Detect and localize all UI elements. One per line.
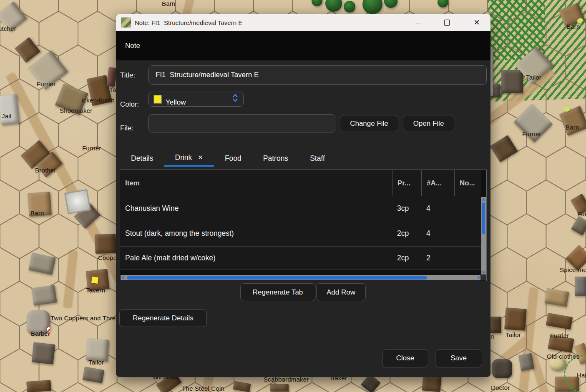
dialog-title: Note: FI1 Structure/medieval Tavern E: [135, 19, 242, 26]
map-label: Shoemaker: [60, 107, 93, 114]
file-label: File:: [120, 124, 133, 132]
dialog-body: Title: Color: Yellow File: Change File O…: [116, 60, 490, 377]
tree: [344, 1, 355, 12]
map-label: Tailor: [506, 331, 521, 338]
building: [518, 353, 534, 371]
column-header-price[interactable]: Pr...: [392, 170, 421, 196]
map-label: The Steel Coin: [182, 385, 224, 392]
map-label: Furrier: [550, 332, 569, 339]
building: [490, 317, 501, 333]
building: [575, 277, 586, 296]
scrollbar-corner: [480, 275, 486, 280]
building: [31, 285, 57, 305]
map-label: Coope: [98, 254, 117, 261]
color-swatch-yellow: [154, 95, 161, 103]
map-label: Barber: [31, 330, 50, 337]
maximize-button[interactable]: [437, 14, 456, 31]
regenerate-details-button[interactable]: Regenerate Details: [119, 309, 207, 327]
tab-details[interactable]: Details: [120, 150, 164, 167]
map-label: Barn: [566, 124, 579, 131]
app-map-icon: [121, 17, 131, 27]
note-section-title: Note: [125, 42, 140, 50]
table-row[interactable]: Pale Ale (malt dried w/coke)2cp2: [120, 246, 481, 270]
map-label: Jail: [2, 112, 11, 120]
close-button[interactable]: Close: [382, 349, 428, 367]
title-label: Title:: [120, 71, 135, 80]
dialog-titlebar[interactable]: Note: FI1 Structure/medieval Tavern E – …: [116, 14, 490, 31]
tab-drink[interactable]: Drink ✕: [164, 150, 214, 167]
map-label: Fur: [577, 210, 586, 217]
vertical-scrollbar[interactable]: [481, 197, 486, 275]
file-input[interactable]: [148, 114, 335, 132]
maximize-icon: [444, 20, 450, 26]
color-select[interactable]: Yellow: [148, 92, 244, 107]
change-file-button[interactable]: Change File: [340, 115, 398, 132]
map-label: Tailor: [526, 74, 541, 81]
map-label: Barn: [30, 210, 44, 217]
building: [86, 338, 109, 362]
map-label: Barn: [162, 0, 176, 7]
tab-bar: Details Drink ✕ Food Patrons Staff: [120, 150, 336, 168]
color-spinner[interactable]: [232, 94, 238, 102]
horizontal-scroll-thumb[interactable]: [127, 276, 427, 280]
table-row[interactable]: Stout (dark, among the strongest)2cp4: [120, 222, 481, 245]
map-label: n: [490, 333, 494, 340]
title-input[interactable]: [148, 65, 487, 85]
pond: [64, 189, 91, 215]
close-icon: ✕: [473, 18, 480, 27]
tab-close-icon[interactable]: ✕: [198, 154, 203, 161]
vertical-scroll-thumb[interactable]: [482, 202, 485, 234]
building: [492, 359, 512, 378]
building: [270, 384, 289, 392]
building: [504, 307, 527, 330]
map-label: Barn: [566, 23, 580, 30]
scroll-left-icon[interactable]: [121, 275, 126, 280]
minimize-icon: –: [416, 18, 421, 27]
scroll-up-icon[interactable]: [481, 197, 486, 202]
map-label: Furrier: [522, 130, 541, 137]
map-label: Doctor: [491, 384, 510, 391]
column-header-note[interactable]: No...: [454, 170, 481, 196]
map-label: utcher: [0, 25, 16, 32]
color-label: Color:: [120, 100, 139, 109]
chevron-down-icon[interactable]: [232, 98, 238, 102]
chevron-up-icon[interactable]: [232, 94, 238, 97]
table-header: Item Pr... #A... No...: [120, 170, 481, 196]
map-label: Hat: [577, 372, 586, 379]
yellow-note-marker[interactable]: [91, 277, 98, 284]
save-button[interactable]: Save: [435, 349, 482, 367]
map-label: Furrier: [82, 145, 101, 152]
map-label: Brothel: [35, 167, 55, 174]
drink-table: Item Pr... #A... No... Chanusian Wine3cp…: [120, 170, 487, 281]
minimize-button[interactable]: –: [409, 14, 428, 31]
close-window-button[interactable]: ✕: [467, 14, 486, 31]
horizontal-scrollbar[interactable]: [121, 275, 481, 280]
building: [0, 94, 20, 125]
building: [95, 234, 116, 254]
building: [32, 342, 55, 364]
map-label: Two Coppers and Thre: [50, 315, 116, 322]
regenerate-tab-button[interactable]: Regenerate Tab: [240, 283, 315, 301]
open-file-button[interactable]: Open File: [403, 115, 454, 132]
tab-patrons[interactable]: Patrons: [252, 150, 299, 167]
map-label: Tailor: [88, 359, 104, 366]
column-header-item[interactable]: Item: [120, 170, 392, 196]
building: [26, 380, 51, 392]
note-section-header: Note: [116, 31, 490, 60]
add-row-button[interactable]: Add Row: [316, 283, 366, 301]
building: [501, 70, 523, 93]
map-label: Ta: [109, 86, 116, 93]
map-label: Spice-me: [560, 266, 586, 273]
color-value: Yellow: [166, 92, 186, 107]
building: [422, 375, 441, 392]
column-header-avail[interactable]: #A...: [421, 170, 454, 196]
tab-staff[interactable]: Staff: [299, 150, 336, 167]
map-label: Tavern: [86, 287, 105, 294]
scroll-down-icon[interactable]: [481, 270, 486, 275]
haystack: [563, 107, 570, 112]
tab-food[interactable]: Food: [214, 150, 252, 167]
table-row[interactable]: Chanusian Wine3cp4: [120, 197, 481, 220]
note-dialog: Note: FI1 Structure/medieval Tavern E – …: [116, 14, 490, 377]
map-label: icken-butch: [82, 97, 115, 104]
map-label: Old-clothes: [547, 353, 579, 360]
